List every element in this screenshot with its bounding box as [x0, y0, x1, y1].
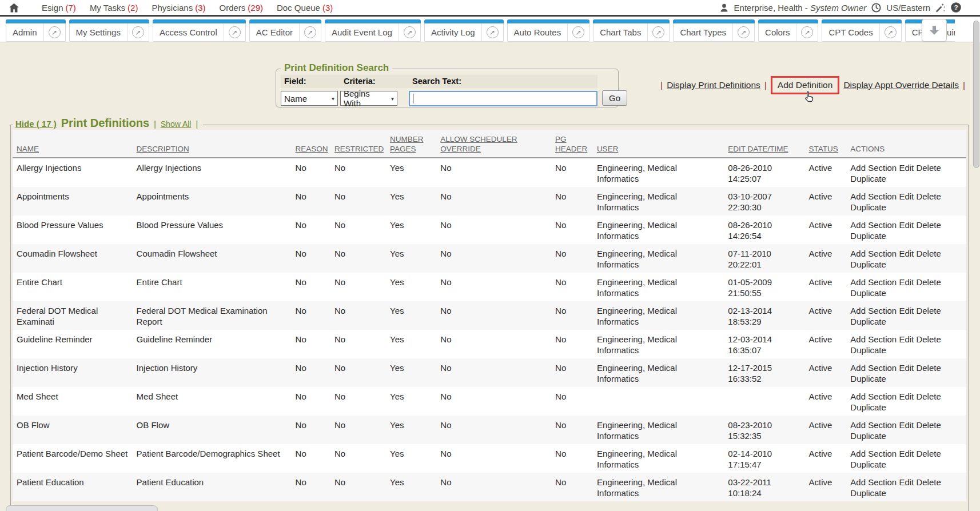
- wand-icon[interactable]: [935, 2, 946, 13]
- action-duplicate[interactable]: Duplicate: [850, 288, 886, 298]
- topbar-nav-item-doc-queue[interactable]: Doc Queue(3): [277, 3, 333, 13]
- column-header-status[interactable]: STATUS: [805, 130, 847, 158]
- action-add-section[interactable]: Add Section: [850, 334, 897, 344]
- popout-icon[interactable]: ↗: [567, 23, 589, 41]
- action-add-section[interactable]: Add Section: [850, 277, 897, 287]
- action-duplicate[interactable]: Duplicate: [850, 460, 886, 469]
- action-duplicate[interactable]: Duplicate: [850, 317, 886, 326]
- add-definition-link[interactable]: Add Definition: [778, 80, 833, 90]
- popout-icon[interactable]: ↗: [399, 23, 420, 41]
- popout-icon[interactable]: ↗: [43, 23, 65, 41]
- home-icon[interactable]: [8, 2, 20, 14]
- column-header-edit_datetime[interactable]: EDIT DATE/TIME: [724, 130, 804, 158]
- tab-audit-event-log[interactable]: Audit Event Log↗: [325, 19, 421, 42]
- action-edit[interactable]: Edit: [899, 163, 914, 173]
- action-edit[interactable]: Edit: [899, 334, 914, 344]
- action-duplicate[interactable]: Duplicate: [850, 174, 886, 183]
- column-header-reason[interactable]: REASON: [292, 130, 330, 158]
- tab-auto-routes[interactable]: Auto Routes↗: [507, 19, 590, 42]
- column-header-allow_scheduler_override[interactable]: ALLOW SCHEDULER OVERRIDE: [436, 130, 551, 158]
- tab-chart-types[interactable]: Chart Types↗: [673, 19, 755, 42]
- action-duplicate[interactable]: Duplicate: [850, 231, 886, 241]
- action-duplicate[interactable]: Duplicate: [850, 431, 886, 441]
- action-delete[interactable]: Delete: [916, 306, 941, 316]
- action-add-section[interactable]: Add Section: [850, 392, 897, 401]
- action-add-section[interactable]: Add Section: [850, 163, 897, 173]
- action-delete[interactable]: Delete: [916, 449, 941, 458]
- tab-access-control[interactable]: Access Control↗: [153, 19, 246, 42]
- popout-icon[interactable]: ↗: [481, 23, 503, 41]
- search-text-input[interactable]: [409, 91, 597, 106]
- action-duplicate[interactable]: Duplicate: [850, 402, 886, 412]
- vertical-scrollbar-thumb[interactable]: [973, 21, 979, 168]
- action-add-section[interactable]: Add Section: [850, 249, 897, 258]
- action-delete[interactable]: Delete: [916, 392, 941, 401]
- action-delete[interactable]: Delete: [916, 363, 941, 373]
- action-delete[interactable]: Delete: [916, 249, 941, 258]
- action-edit[interactable]: Edit: [899, 277, 914, 287]
- show-all-link[interactable]: Show All: [161, 119, 192, 129]
- action-add-section[interactable]: Add Section: [850, 191, 897, 201]
- horizontal-scrollbar-thumb[interactable]: [6, 505, 158, 511]
- column-header-pg_header[interactable]: PG HEADER: [551, 130, 593, 158]
- tab-my-settings[interactable]: My Settings↗: [69, 19, 149, 42]
- action-add-section[interactable]: Add Section: [850, 449, 897, 458]
- action-duplicate[interactable]: Duplicate: [850, 202, 886, 212]
- display-appt-override-details-link[interactable]: Display Appt Override Details: [843, 80, 959, 90]
- action-duplicate[interactable]: Duplicate: [850, 345, 886, 355]
- popout-icon[interactable]: ↗: [879, 23, 901, 41]
- field-select[interactable]: Name ▾: [281, 91, 338, 106]
- action-edit[interactable]: Edit: [899, 220, 914, 230]
- action-edit[interactable]: Edit: [899, 249, 914, 258]
- popout-icon[interactable]: ↗: [299, 23, 321, 41]
- action-delete[interactable]: Delete: [916, 420, 941, 430]
- action-delete[interactable]: Delete: [916, 477, 941, 487]
- tab-admin[interactable]: Admin↗: [6, 19, 66, 42]
- tab-colors[interactable]: Colors↗: [758, 19, 818, 42]
- popout-icon[interactable]: ↗: [796, 23, 818, 41]
- popout-icon[interactable]: ↗: [127, 23, 149, 41]
- go-button[interactable]: Go: [602, 90, 627, 106]
- tab-activity-log[interactable]: Activity Log↗: [424, 19, 504, 42]
- action-edit[interactable]: Edit: [899, 363, 914, 373]
- popout-icon[interactable]: ↗: [224, 23, 245, 41]
- clock-icon[interactable]: [871, 2, 882, 13]
- column-header-name[interactable]: NAME: [13, 130, 133, 158]
- action-edit[interactable]: Edit: [899, 449, 914, 458]
- action-duplicate[interactable]: Duplicate: [850, 488, 886, 498]
- topbar-nav-item-esign[interactable]: Esign(7): [42, 3, 76, 13]
- action-add-section[interactable]: Add Section: [850, 420, 897, 430]
- action-delete[interactable]: Delete: [916, 334, 941, 344]
- tab-chart-tabs[interactable]: Chart Tabs↗: [593, 19, 670, 42]
- action-add-section[interactable]: Add Section: [850, 306, 897, 316]
- column-header-description[interactable]: DESCRIPTION: [133, 130, 292, 158]
- help-icon[interactable]: ?: [950, 2, 962, 13]
- action-edit[interactable]: Edit: [899, 420, 914, 430]
- topbar-nav-item-orders[interactable]: Orders(29): [220, 3, 264, 13]
- topbar-nav-item-physicians[interactable]: Physicians(3): [152, 3, 205, 13]
- criteria-select[interactable]: Begins With ▾: [340, 91, 397, 106]
- action-edit[interactable]: Edit: [899, 477, 914, 487]
- topbar-nav-item-my-tasks[interactable]: My Tasks(2): [90, 3, 138, 13]
- tab-cpt-codes[interactable]: CPT Codes↗: [822, 19, 901, 42]
- popout-icon[interactable]: ↗: [647, 23, 669, 41]
- column-header-restricted[interactable]: RESTRICTED: [330, 130, 386, 158]
- action-add-section[interactable]: Add Section: [850, 220, 897, 230]
- action-delete[interactable]: Delete: [916, 191, 941, 201]
- timezone-label[interactable]: US/Eastern: [886, 3, 930, 13]
- tab-ac-editor[interactable]: AC Editor↗: [249, 19, 321, 42]
- action-duplicate[interactable]: Duplicate: [850, 374, 886, 384]
- action-edit[interactable]: Edit: [899, 191, 914, 201]
- popout-icon[interactable]: ↗: [732, 23, 754, 41]
- tab-overflow-button[interactable]: [922, 19, 947, 42]
- action-add-section[interactable]: Add Section: [850, 477, 897, 487]
- action-add-section[interactable]: Add Section: [850, 363, 897, 373]
- action-delete[interactable]: Delete: [916, 163, 941, 173]
- column-header-user[interactable]: USER: [593, 130, 724, 158]
- action-edit[interactable]: Edit: [899, 306, 914, 316]
- display-print-definitions-link[interactable]: Display Print Definitions: [667, 80, 760, 90]
- action-delete[interactable]: Delete: [916, 220, 941, 230]
- column-header-number_pages[interactable]: NUMBER PAGES: [386, 130, 436, 158]
- action-duplicate[interactable]: Duplicate: [850, 260, 886, 269]
- action-edit[interactable]: Edit: [899, 392, 914, 401]
